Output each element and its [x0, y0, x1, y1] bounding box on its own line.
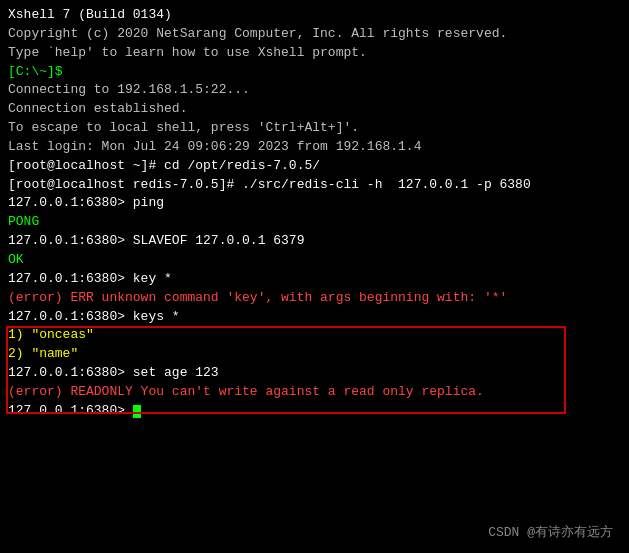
terminal-line: Type `help' to learn how to use Xshell p…: [8, 44, 621, 63]
terminal-line: Connection established.: [8, 100, 621, 119]
terminal-line: PONG: [8, 213, 621, 232]
terminal-line: [root@localhost redis-7.0.5]# ./src/redi…: [8, 176, 621, 195]
watermark: CSDN @有诗亦有远方: [488, 523, 613, 541]
terminal-line: 127.0.0.1:6380> set age 123: [8, 364, 621, 383]
terminal-line: (error) READONLY You can't write against…: [8, 383, 621, 402]
terminal-line: 127.0.0.1:6380> key *: [8, 270, 621, 289]
terminal-line: 127.0.0.1:6380> ping: [8, 194, 621, 213]
terminal-line: Copyright (c) 2020 NetSarang Computer, I…: [8, 25, 621, 44]
terminal-line: 2) "name": [8, 345, 621, 364]
terminal-line: 127.0.0.1:6380> SLAVEOF 127.0.0.1 6379: [8, 232, 621, 251]
terminal-line: (error) ERR unknown command 'key', with …: [8, 289, 621, 308]
terminal-line: OK: [8, 251, 621, 270]
terminal-line: Connecting to 192.168.1.5:22...: [8, 81, 621, 100]
terminal-line: Last login: Mon Jul 24 09:06:29 2023 fro…: [8, 138, 621, 157]
terminal-line: 1) "onceas": [8, 326, 621, 345]
terminal-line: [root@localhost ~]# cd /opt/redis-7.0.5/: [8, 157, 621, 176]
terminal-line: To escape to local shell, press 'Ctrl+Al…: [8, 119, 621, 138]
terminal-line: 127.0.0.1:6380>: [8, 402, 621, 421]
terminal-line: [C:\~]$: [8, 63, 621, 82]
terminal-line: 127.0.0.1:6380> keys *: [8, 308, 621, 327]
terminal-window: Xshell 7 (Build 0134)Copyright (c) 2020 …: [0, 0, 629, 553]
terminal-line: Xshell 7 (Build 0134): [8, 6, 621, 25]
